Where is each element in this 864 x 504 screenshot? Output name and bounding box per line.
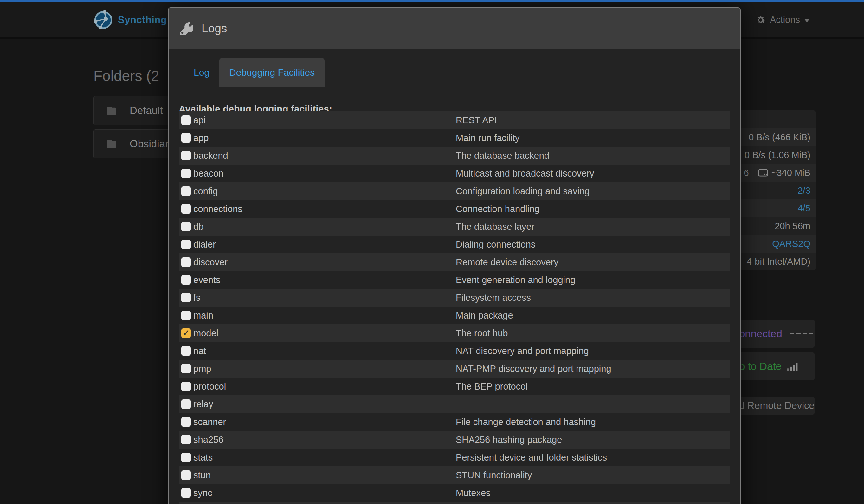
facility-description: STUN functionality (456, 466, 532, 484)
facility-checkbox-protocol[interactable] (181, 382, 191, 391)
facility-description: Event generation and logging (456, 271, 575, 289)
facility-description: The root hub (456, 324, 508, 342)
facility-checkbox-api[interactable] (181, 116, 191, 125)
brand-link[interactable]: Syncthing (94, 2, 167, 37)
facility-name[interactable]: discover (193, 253, 228, 271)
panel-label: p to Date (739, 360, 782, 372)
facility-name[interactable]: scanner (193, 413, 226, 431)
stat-link[interactable]: 4/5 (798, 200, 811, 217)
facility-checkbox-fs[interactable] (181, 293, 191, 302)
facility-checkbox-backend[interactable] (181, 151, 191, 160)
facility-row: scannerFile change detection and hashing (179, 413, 730, 431)
facility-checkbox-discover[interactable] (181, 257, 191, 267)
chevron-down-icon (804, 19, 810, 22)
facility-checkbox-dialer[interactable] (181, 240, 191, 249)
stat-value: 4-bit Intel/AMD) (747, 253, 811, 271)
tab-debugging-facilities-label: Debugging Facilities (229, 67, 315, 78)
facility-description: SHA256 hashing package (456, 431, 562, 448)
facility-row: statsPersistent device and folder statis… (179, 448, 730, 466)
top-accent-bar (0, 0, 864, 2)
facility-row: sha256SHA256 hashing package (179, 431, 730, 448)
folder-label: Default (130, 105, 163, 117)
folder-icon (106, 139, 117, 149)
facility-name[interactable]: model (193, 324, 218, 342)
facility-checkbox-pmp[interactable] (181, 364, 191, 373)
facility-checkbox-model[interactable] (181, 328, 191, 338)
facility-name[interactable]: dialer (193, 236, 216, 253)
facility-name[interactable]: connections (193, 200, 242, 218)
facility-name[interactable]: protocol (193, 377, 226, 395)
facility-row: natNAT discovery and port mapping (179, 342, 730, 360)
modal-title: Logs (202, 22, 227, 35)
facility-row: dialerDialing connections (179, 236, 730, 253)
facility-name[interactable]: sync (193, 484, 212, 502)
modal-tabs: Log Debugging Facilities (169, 58, 740, 87)
stat-value: 20h 56m (775, 217, 811, 235)
facility-name[interactable]: api (193, 111, 206, 129)
facility-row: stunSTUN functionality (179, 466, 730, 484)
facility-description: NAT-PMP discovery and port mapping (456, 360, 611, 377)
facility-name[interactable]: sha256 (193, 431, 224, 448)
folders-heading: Folders (2 (94, 67, 159, 84)
facility-name[interactable]: stun (193, 466, 211, 484)
facility-name[interactable]: beacon (193, 165, 224, 182)
facility-checkbox-main[interactable] (181, 311, 191, 320)
facility-row: beaconMulticast and broadcast discovery (179, 165, 730, 182)
facility-name[interactable]: app (193, 129, 208, 147)
panel-label: onnected (739, 328, 782, 340)
dashes-icon (788, 333, 813, 334)
facility-row: eventsEvent generation and logging (179, 271, 730, 289)
facility-checkbox-app[interactable] (181, 133, 191, 143)
facility-row: configConfiguration loading and saving (179, 182, 730, 200)
screen: Syncthing Actions Folders (2 DefaultObsi… (0, 0, 864, 504)
facility-checkbox-sync[interactable] (181, 488, 191, 498)
facility-description: File change detection and hashing (456, 413, 596, 431)
stat-link[interactable]: QARS2Q (772, 235, 811, 253)
facility-checkbox-events[interactable] (181, 275, 191, 285)
stat-link[interactable]: 2/3 (798, 182, 811, 200)
facility-checkbox-db[interactable] (181, 222, 191, 231)
tab-debugging-facilities[interactable]: Debugging Facilities (219, 58, 325, 87)
facility-description: Remote device discovery (456, 253, 559, 271)
facility-name[interactable]: events (193, 271, 220, 289)
facility-checkbox-connections[interactable] (181, 204, 191, 214)
actions-menu-button[interactable]: Actions (756, 2, 810, 37)
facility-description: Multicast and broadcast discovery (456, 165, 594, 182)
facility-row (179, 502, 730, 504)
brand-label: Syncthing (118, 14, 167, 26)
facility-checkbox-stun[interactable] (181, 470, 191, 480)
facility-checkbox-scanner[interactable] (181, 417, 191, 427)
facility-name[interactable]: pmp (193, 360, 211, 377)
stat-value: 0 B/s (1.06 MiB) (744, 146, 811, 164)
facility-row: modelThe root hub (179, 324, 730, 342)
facility-checkbox-relay[interactable] (181, 399, 191, 409)
facility-checkbox-nat[interactable] (181, 346, 191, 356)
actions-label: Actions (770, 15, 800, 25)
facility-row: syncMutexes (179, 484, 730, 502)
facility-name[interactable]: config (193, 182, 218, 200)
facility-name[interactable]: nat (193, 342, 206, 360)
facility-checkbox-sha256[interactable] (181, 435, 191, 444)
facility-checkbox-beacon[interactable] (181, 169, 191, 178)
facility-name[interactable]: db (193, 218, 203, 236)
facility-name[interactable]: main (193, 307, 213, 324)
facility-name[interactable]: backend (193, 147, 228, 165)
facility-name[interactable]: fs (193, 289, 201, 307)
stat-value: 0 B/s (466 KiB) (749, 128, 811, 146)
facility-row: apiREST API (179, 111, 730, 129)
facility-name[interactable]: relay (193, 395, 213, 413)
facility-description: The BEP protocol (456, 377, 528, 395)
facility-checkbox-config[interactable] (181, 187, 191, 196)
facility-row: dbThe database layer (179, 218, 730, 236)
tab-log[interactable]: Log (184, 58, 219, 87)
facility-description: Configuration loading and saving (456, 182, 589, 200)
gear-icon (756, 15, 766, 25)
facility-name[interactable]: stats (193, 448, 213, 466)
facility-checkbox-stats[interactable] (181, 453, 191, 462)
facility-row: discoverRemote device discovery (179, 253, 730, 271)
folder-label: Obsidian (130, 138, 171, 150)
facility-row: protocolThe BEP protocol (179, 377, 730, 395)
facility-row: fsFilesystem access (179, 289, 730, 307)
facility-description: REST API (456, 111, 497, 129)
facility-row: relay (179, 395, 730, 413)
